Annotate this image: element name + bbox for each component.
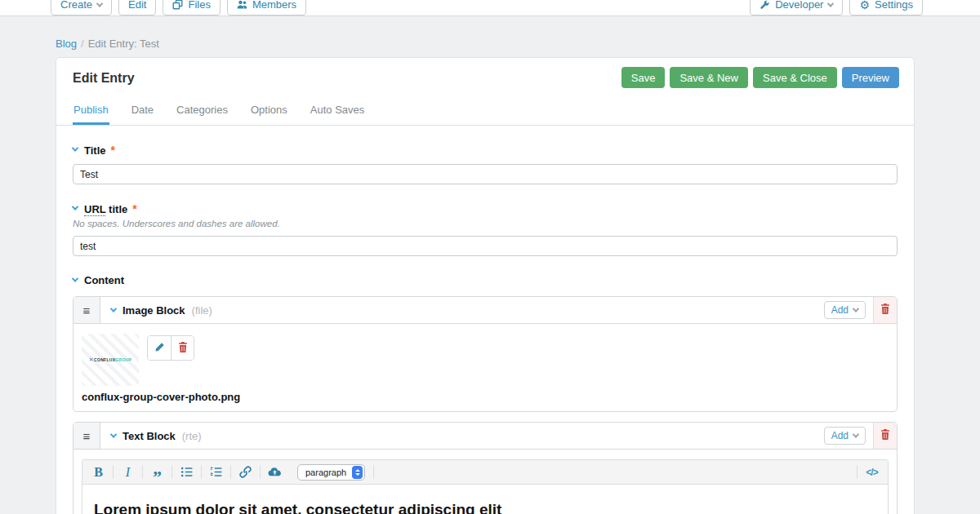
edit-file-button[interactable] [148, 336, 171, 360]
save-and-close-button[interactable]: Save & Close [753, 67, 837, 88]
tab-options[interactable]: Options [250, 100, 288, 125]
rte-heading: Lorem ipsum dolor sit amet, consectetur … [94, 501, 876, 514]
upload-cloud-icon[interactable] [261, 460, 289, 484]
content-field-group: Content ≡ Image Block (file) Add [73, 274, 898, 514]
breadcrumb-separator: / [81, 38, 84, 50]
edit-entry-card: Edit Entry Save Save & New Save & Close … [56, 57, 915, 514]
title-field-group: Title * [73, 144, 898, 184]
remove-file-button[interactable] [171, 336, 194, 360]
members-label: Members [252, 0, 296, 11]
file-actions [147, 335, 194, 361]
required-marker: * [132, 202, 136, 215]
rte-content[interactable]: Lorem ipsum dolor sit amet, consectetur … [82, 485, 888, 514]
text-block-header: ≡ Text Block (rte) Add [74, 423, 897, 450]
unordered-list-icon[interactable] [172, 460, 201, 484]
title-input[interactable] [73, 164, 898, 184]
text-block-add-button[interactable]: Add [824, 427, 866, 445]
tab-date[interactable]: Date [131, 100, 154, 125]
collapse-chevron-icon [72, 144, 78, 151]
content-label-row[interactable]: Content [73, 274, 898, 286]
title-label-row[interactable]: Title * [73, 144, 898, 157]
drag-handle-icon[interactable]: ≡ [74, 297, 100, 323]
wrench-icon [760, 0, 770, 10]
file-name: conflux-group-cover-photo.png [82, 391, 889, 403]
italic-icon[interactable]: I [114, 460, 142, 484]
file-thumbnail-row: ✕CONFLUXGROUP [82, 334, 889, 386]
add-label: Add [831, 430, 849, 441]
save-and-new-button[interactable]: Save & New [670, 67, 748, 88]
text-block-body: B I ” [74, 450, 897, 514]
file-thumbnail[interactable]: ✕CONFLUXGROUP [82, 334, 139, 386]
rte-toolbar: B I ” [82, 460, 888, 485]
files-icon [172, 0, 183, 10]
chevron-down-icon [827, 0, 834, 7]
page: Create Edit Files Members Developer [0, 0, 980, 514]
blockquote-icon[interactable]: ” [143, 460, 172, 484]
members-button[interactable]: Members [227, 0, 306, 16]
settings-button[interactable]: ⚙ Settings [849, 0, 923, 16]
collapse-chevron-icon [110, 431, 117, 437]
create-button[interactable]: Create [51, 0, 112, 16]
ordered-list-icon[interactable] [202, 460, 230, 484]
chevron-down-icon [96, 0, 103, 7]
developer-button[interactable]: Developer [750, 0, 843, 16]
preview-button[interactable]: Preview [842, 67, 899, 88]
format-select-value: paragraph [305, 467, 346, 477]
gear-icon: ⚙ [859, 0, 870, 11]
url-title-label: URL title [84, 203, 127, 215]
url-title-label-row[interactable]: URL title * [73, 202, 898, 215]
select-stepper-icon [352, 466, 363, 479]
rich-text-editor: B I ” [82, 459, 889, 514]
trash-icon [880, 303, 890, 317]
toolbar-left-group: Create Edit Files Members [51, 0, 306, 16]
tab-publish[interactable]: Publish [73, 100, 109, 125]
card-header: Edit Entry Save Save & New Save & Close … [56, 58, 914, 126]
url-title-field-group: URL title * No spaces. Underscores and d… [73, 202, 898, 256]
header-actions: Save Save & New Save & Close Preview [621, 67, 899, 88]
chevron-down-icon [853, 305, 859, 312]
tab-categories[interactable]: Categories [176, 100, 229, 125]
code-view-icon[interactable]: </> [858, 460, 886, 484]
conflux-group-logo: ✕CONFLUXGROUP [89, 357, 131, 363]
text-block-type: (rte) [182, 430, 202, 442]
tab-bar: Publish Date Categories Options Auto Sav… [56, 100, 914, 126]
bold-icon[interactable]: B [84, 460, 113, 484]
url-title-helper-text: No spaces. Underscores and dashes are al… [73, 219, 898, 228]
image-block-title-row[interactable]: Image Block (file) [100, 297, 824, 323]
image-block-name: Image Block [122, 304, 185, 317]
text-block: ≡ Text Block (rte) Add [73, 422, 898, 514]
image-block-delete-button[interactable] [873, 297, 897, 323]
toolbar-right-group: Developer ⚙ Settings [750, 0, 923, 16]
settings-label: Settings [875, 0, 913, 11]
image-block-add-button[interactable]: Add [824, 301, 866, 319]
image-block-body: ✕CONFLUXGROUP conflux-gr [74, 324, 897, 411]
collapse-chevron-icon [72, 275, 78, 281]
chevron-down-icon [853, 431, 859, 437]
save-button[interactable]: Save [621, 67, 666, 88]
members-icon [237, 0, 247, 10]
add-label: Add [831, 304, 849, 316]
files-label: Files [188, 0, 210, 11]
breadcrumb-link-blog[interactable]: Blog [56, 38, 77, 50]
text-block-delete-button[interactable] [873, 423, 897, 449]
text-block-title-row[interactable]: Text Block (rte) [100, 423, 824, 449]
format-select[interactable]: paragraph [297, 464, 365, 481]
collapse-chevron-icon [72, 203, 78, 210]
content-label: Content [84, 274, 124, 286]
edit-button[interactable]: Edit [118, 0, 156, 16]
collapse-chevron-icon [110, 305, 117, 312]
url-title-input[interactable] [73, 236, 898, 256]
drag-handle-icon[interactable]: ≡ [74, 423, 100, 449]
text-block-name: Text Block [122, 430, 176, 442]
tab-auto-saves[interactable]: Auto Saves [310, 100, 366, 125]
trash-icon [880, 428, 890, 443]
image-block: ≡ Image Block (file) Add [73, 296, 898, 412]
create-label: Create [60, 0, 92, 11]
title-label: Title [84, 144, 106, 157]
top-toolbar: Create Edit Files Members Developer [0, 0, 980, 16]
link-icon[interactable] [231, 460, 260, 484]
breadcrumb-current: Edit Entry: Test [88, 38, 159, 50]
files-button[interactable]: Files [163, 0, 220, 16]
image-block-header: ≡ Image Block (file) Add [74, 297, 897, 324]
developer-label: Developer [775, 0, 823, 11]
